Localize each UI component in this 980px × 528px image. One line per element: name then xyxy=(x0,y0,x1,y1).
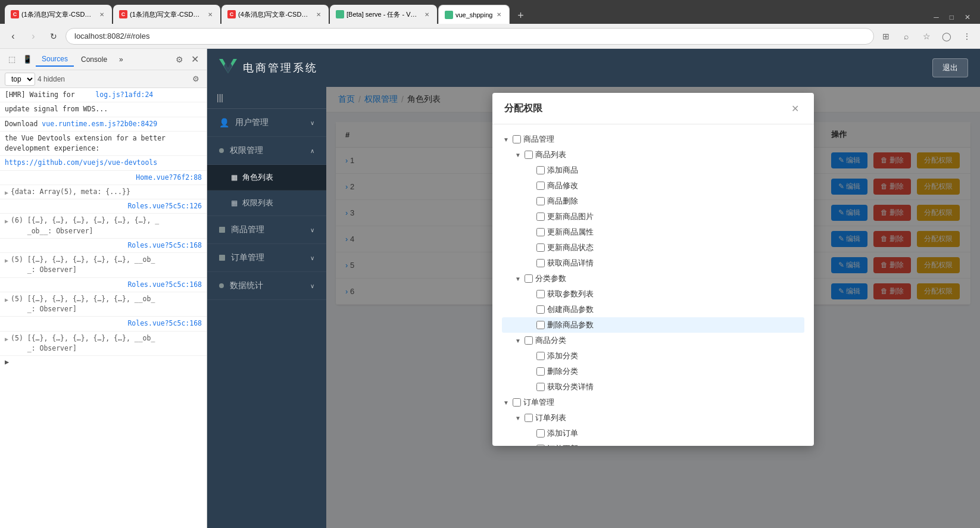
sidebar-item-product-management[interactable]: 商品管理 ∨ xyxy=(207,216,326,244)
profile-icon[interactable]: ◯ xyxy=(938,28,955,45)
toggle-category-params[interactable]: ▼ xyxy=(514,274,522,283)
checkbox-product-list[interactable] xyxy=(525,151,533,159)
console-link-14[interactable]: Roles.vue?5c5c:168 xyxy=(127,318,202,329)
devtools-more-button[interactable]: » xyxy=(114,53,128,66)
tab-4-close[interactable]: ✕ xyxy=(423,10,431,18)
role-list-label: 角色列表 xyxy=(242,172,273,183)
collapse-icon-7[interactable]: ▶ xyxy=(5,188,8,197)
checkbox-update-order[interactable] xyxy=(536,445,545,446)
checkbox-delete-product[interactable] xyxy=(536,197,545,205)
tab-2[interactable]: C (1条消息)写文章-CSDN博士 ✕ xyxy=(113,5,220,24)
tab-5-close[interactable]: ✕ xyxy=(495,11,503,19)
tab-3-close[interactable]: ✕ xyxy=(314,10,323,18)
console-link-10[interactable]: Roles.vue?5c5c:168 xyxy=(127,240,202,251)
checkbox-edit-product[interactable] xyxy=(536,182,545,190)
obj-text-7: {data: Array(5), meta: {...}} xyxy=(11,187,130,197)
checkbox-get-product-detail[interactable] xyxy=(536,259,545,267)
toggle-order-list[interactable]: ▼ xyxy=(514,414,522,422)
checkbox-get-category-detail[interactable] xyxy=(536,383,545,391)
window-minimize[interactable]: ─ xyxy=(929,11,944,24)
devtools-toolbar: ⬚ 📱 Sources Console » ⚙ ✕ xyxy=(0,49,207,70)
toggle-order-mgmt[interactable]: ▼ xyxy=(502,398,510,407)
collapse-icon-13[interactable]: ▶ xyxy=(5,295,8,304)
menu-icon[interactable]: ⋮ xyxy=(959,28,975,45)
modal-overlay[interactable]: 分配权限 ✕ ▼ 商品管理 xyxy=(326,87,980,528)
window-maximize[interactable]: □ xyxy=(945,11,959,24)
tab-1-label: (1条消息)写文章-CSDN博客 xyxy=(21,10,95,19)
devtools-icon-inspect[interactable]: ⬚ xyxy=(5,52,19,67)
context-selector[interactable]: top xyxy=(5,73,35,86)
tab-1-close[interactable]: ✕ xyxy=(98,10,106,18)
collapse-icon-9[interactable]: ▶ xyxy=(5,217,8,226)
bookmark-icon[interactable]: ☆ xyxy=(918,28,935,45)
forward-button[interactable]: › xyxy=(25,28,42,45)
sidebar-item-permission-management[interactable]: 权限管理 ∧ xyxy=(207,137,326,165)
search-icon[interactable]: ⌕ xyxy=(898,28,915,45)
checkbox-add-order[interactable] xyxy=(536,429,545,438)
header-back-button[interactable]: 退出 xyxy=(932,58,968,77)
console-link-6[interactable]: Home.vue?76f2:88 xyxy=(136,173,202,183)
checkbox-create-product-param[interactable] xyxy=(536,305,545,314)
devtools-settings-icon[interactable]: ⚙ xyxy=(172,52,186,67)
tab-2-close[interactable]: ✕ xyxy=(206,10,214,18)
sidebar-item-user-management[interactable]: 👤 用户管理 ∨ xyxy=(207,109,326,137)
collapse-icon-11[interactable]: ▶ xyxy=(5,256,8,265)
console-link-3[interactable]: vue.runtime.esm.js?2b0e:8429 xyxy=(42,120,157,128)
modal-close-button[interactable]: ✕ xyxy=(788,101,802,115)
tab-5-active[interactable]: vue_shpping ✕ xyxy=(438,5,510,24)
console-link-8[interactable]: Roles.vue?5c5c:126 xyxy=(127,201,202,211)
console-line-14: Roles.vue?5c5c:168 xyxy=(0,317,207,331)
checkbox-update-product-img[interactable] xyxy=(536,213,545,221)
toggle-product-mgmt[interactable]: ▼ xyxy=(502,135,510,143)
devtools-settings-gear[interactable]: ⚙ xyxy=(190,73,202,85)
checkbox-order-mgmt[interactable] xyxy=(513,398,521,407)
checkbox-update-product-status[interactable] xyxy=(536,243,545,252)
sidebar-item-permission-list[interactable]: ▦ 权限列表 xyxy=(207,190,326,216)
assign-permissions-modal: 分配权限 ✕ ▼ 商品管理 xyxy=(492,93,814,446)
tab-1[interactable]: C (1条消息)写文章-CSDN博客 ✕ xyxy=(5,5,112,24)
obj-text-15: (5) [{…}, {…}, {…}, {…}, {…}, __ob_ _: O… xyxy=(11,333,155,354)
checkbox-add-category[interactable] xyxy=(536,352,545,360)
console-link-1[interactable]: log.js?1afd:24 xyxy=(95,90,153,99)
console-line-1: [HMR] Waiting for log.js?1afd:24 xyxy=(0,88,207,102)
sidebar-item-stats[interactable]: 数据统计 ∨ xyxy=(207,272,326,300)
label-category-params: 分类参数 xyxy=(535,273,566,284)
checkbox-get-params-list[interactable] xyxy=(536,290,545,298)
console-link-5[interactable]: https://github.com/vuejs/vue-devtools xyxy=(5,158,157,167)
translate-icon[interactable]: ⊞ xyxy=(878,28,894,45)
checkbox-add-product[interactable] xyxy=(536,166,545,174)
checkbox-update-product-attr[interactable] xyxy=(536,228,545,236)
devtools-close-icon[interactable]: ✕ xyxy=(188,52,202,67)
toggle-product-category[interactable]: ▼ xyxy=(514,336,522,345)
back-button[interactable]: ‹ xyxy=(5,28,21,45)
devtools-tab-sources[interactable]: Sources xyxy=(36,52,74,67)
console-expand-arrow[interactable]: ▶ xyxy=(0,356,207,368)
sidebar-collapse-toggle[interactable]: ||| xyxy=(207,87,326,109)
tab-4[interactable]: [Beta] serve - 任务 - Vue C ✕ xyxy=(330,5,437,24)
devtools-icon-device[interactable]: 📱 xyxy=(20,52,35,67)
refresh-button[interactable]: ↻ xyxy=(45,28,62,45)
checkbox-category-params[interactable] xyxy=(525,274,533,283)
toggle-product-list[interactable]: ▼ xyxy=(514,151,522,159)
tab-3[interactable]: C (4条消息)写文章-CSDN博士 ✕ xyxy=(221,5,329,24)
perm-row-product-category: ▼ 商品分类 xyxy=(502,333,804,348)
checkbox-product-category[interactable] xyxy=(525,336,533,345)
devtools-tab-console[interactable]: Console xyxy=(75,53,113,66)
label-product-category: 商品分类 xyxy=(535,335,566,346)
sidebar-item-role-list[interactable]: ▦ 角色列表 xyxy=(207,165,326,190)
url-bar[interactable]: localhost:8082/#/roles xyxy=(65,28,874,45)
sidebar-item-order-management[interactable]: 订单管理 ∨ xyxy=(207,244,326,272)
window-close[interactable]: ✕ xyxy=(960,11,975,24)
console-line-9: ▶ (6) [{…}, {…}, {…}, {…}, {…}, {…}, _ _… xyxy=(0,214,207,239)
console-link-12[interactable]: Roles.vue?5c5c:168 xyxy=(127,280,202,290)
checkbox-delete-category[interactable] xyxy=(536,367,545,376)
checkbox-product-mgmt[interactable] xyxy=(513,135,521,143)
checkbox-delete-product-param[interactable] xyxy=(536,321,545,329)
collapse-icon-15[interactable]: ▶ xyxy=(5,335,8,343)
checkbox-order-list[interactable] xyxy=(525,414,533,422)
csdn-favicon-1: C xyxy=(11,10,19,18)
new-tab-button[interactable]: + xyxy=(512,7,529,24)
user-icon: 👤 xyxy=(219,118,229,127)
app-header: 电商管理系统 退出 xyxy=(207,49,980,87)
perm-row-update-product-status: 更新商品状态 xyxy=(502,240,804,255)
